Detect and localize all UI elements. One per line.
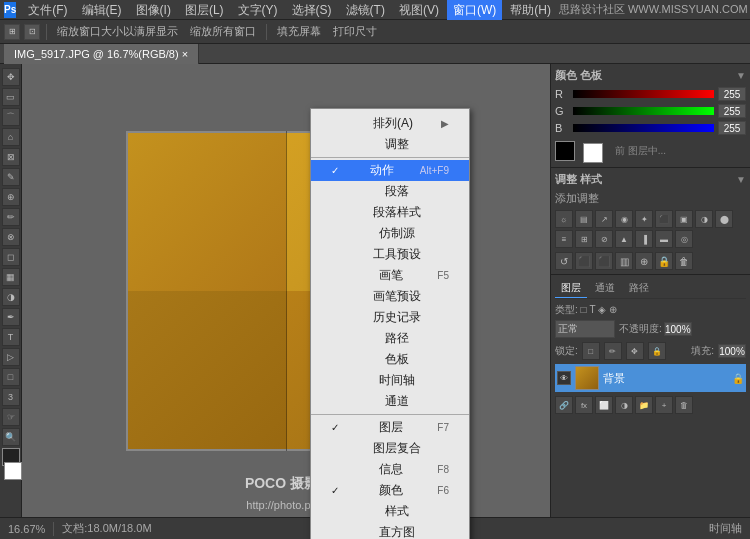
adj-vibrance[interactable]: ✦ [635,210,653,228]
menu-item-swatches[interactable]: 色板 [311,349,469,370]
adj-posterize[interactable]: ▲ [615,230,633,248]
tab-channels[interactable]: 通道 [589,279,621,298]
tool-crop[interactable]: ⊠ [2,148,20,166]
tab-paths[interactable]: 路径 [623,279,655,298]
layer-adj[interactable]: ◑ [615,396,633,414]
adj-colorbalance[interactable]: ▣ [675,210,693,228]
g-slider[interactable] [573,107,714,115]
layer-group[interactable]: 📁 [635,396,653,414]
tool-zoom[interactable]: 🔍 [2,428,20,446]
adj-btn4[interactable]: ▥ [615,252,633,270]
menu-item-arrange[interactable]: 排列(A) ▶ [311,113,469,134]
menu-window[interactable]: 窗口(W) [447,0,502,20]
layer-delete[interactable]: 🗑 [675,396,693,414]
tb-zoom-all[interactable]: 缩放所有窗口 [186,23,260,40]
tool-path-select[interactable]: ▷ [2,348,20,366]
lock-transparent[interactable]: □ [582,342,600,360]
tb-fill-screen[interactable]: 填充屏幕 [273,23,325,40]
adj-selective[interactable]: ◎ [675,230,693,248]
menu-filter[interactable]: 滤镜(T) [340,0,391,20]
menu-item-histogram[interactable]: 直方图 [311,522,469,539]
lock-position[interactable]: ✥ [626,342,644,360]
tool-patch[interactable]: ⊕ [2,188,20,206]
adj-btn5[interactable]: ⊕ [635,252,653,270]
menu-view[interactable]: 视图(V) [393,0,445,20]
tb-print-size[interactable]: 打印尺寸 [329,23,381,40]
menu-item-tool-presets[interactable]: 工具预设 [311,244,469,265]
lock-all[interactable]: 🔒 [648,342,666,360]
menu-item-layer-comps[interactable]: 图层复合 [311,438,469,459]
adj-colorlookup[interactable]: ⊞ [575,230,593,248]
tool-lasso[interactable]: ⌒ [2,108,20,126]
g-value[interactable]: 255 [718,104,746,118]
adj-levels[interactable]: ▤ [575,210,593,228]
tool-wand[interactable]: ⌂ [2,128,20,146]
tool-brush[interactable]: ✏ [2,208,20,226]
menu-text[interactable]: 文字(Y) [232,0,284,20]
tool-move[interactable]: ✥ [2,68,20,86]
b-value[interactable]: 255 [718,121,746,135]
tool-gradient[interactable]: ▦ [2,268,20,286]
layer-mask[interactable]: ⬜ [595,396,613,414]
tool-text[interactable]: T [2,328,20,346]
adj-btn7[interactable]: 🗑 [675,252,693,270]
tb-fit-screen[interactable]: 缩放窗口大小以满屏显示 [53,23,182,40]
menu-item-paragraph[interactable]: 段落 [311,181,469,202]
adj-bw[interactable]: ◑ [695,210,713,228]
menu-item-layers[interactable]: ✓ 图层 F7 [311,417,469,438]
menu-item-timeline[interactable]: 时间轴 [311,370,469,391]
menu-item-brush[interactable]: 画笔 F5 [311,265,469,286]
tool-eyedropper[interactable]: ✎ [2,168,20,186]
menu-help[interactable]: 帮助(H) [504,0,557,20]
tool-bg-color[interactable] [4,462,22,480]
adj-gradient-map[interactable]: ▬ [655,230,673,248]
menu-item-clone-src[interactable]: 仿制源 [311,223,469,244]
menu-item-channels[interactable]: 通道 [311,391,469,412]
adj-threshold[interactable]: ▐ [635,230,653,248]
adj-btn2[interactable]: ⬛ [575,252,593,270]
tool-eraser[interactable]: ◻ [2,248,20,266]
menu-edit[interactable]: 编辑(E) [76,0,128,20]
layer-fx[interactable]: fx [575,396,593,414]
tool-dodge[interactable]: ◑ [2,288,20,306]
adj-exposure[interactable]: ◉ [615,210,633,228]
foreground-color[interactable] [555,141,575,161]
b-slider[interactable] [573,124,714,132]
tool-pen[interactable]: ✒ [2,308,20,326]
tool-shape[interactable]: □ [2,368,20,386]
adj-btn3[interactable]: ⬛ [595,252,613,270]
menu-item-para-style[interactable]: 段落样式 [311,202,469,223]
menu-item-brush-preset[interactable]: 画笔预设 [311,286,469,307]
adj-brightness[interactable]: ☼ [555,210,573,228]
tab-layers[interactable]: 图层 [555,279,587,298]
layer-background[interactable]: 👁 背景 🔒 [555,364,746,392]
tool-select-rect[interactable]: ▭ [2,88,20,106]
tool-hand[interactable]: ☞ [2,408,20,426]
tool-clone[interactable]: ⊗ [2,228,20,246]
menu-item-history[interactable]: 历史记录 [311,307,469,328]
adj-photofilt[interactable]: ⬤ [715,210,733,228]
adj-invert[interactable]: ⊘ [595,230,613,248]
r-value[interactable]: 255 [718,87,746,101]
fill-value[interactable]: 100% [718,344,746,358]
adj-curves[interactable]: ↗ [595,210,613,228]
menu-item-info[interactable]: 信息 F8 [311,459,469,480]
adj-hsl[interactable]: ⬛ [655,210,673,228]
opacity-value[interactable]: 100% [664,322,692,336]
menu-item-actions[interactable]: ✓ 动作 Alt+F9 [311,160,469,181]
menu-layer[interactable]: 图层(L) [179,0,230,20]
menu-select[interactable]: 选择(S) [286,0,338,20]
lock-pixel[interactable]: ✏ [604,342,622,360]
adj-btn1[interactable]: ↺ [555,252,573,270]
r-slider[interactable] [573,90,714,98]
layer-new[interactable]: + [655,396,673,414]
menu-item-styles[interactable]: 样式 [311,501,469,522]
tool-3d[interactable]: 3 [2,388,20,406]
bg-color[interactable] [583,143,603,163]
menu-item-color[interactable]: ✓ 颜色 F6 [311,480,469,501]
adj-btn6[interactable]: 🔒 [655,252,673,270]
adj-channelmix[interactable]: ≡ [555,230,573,248]
layer-mode-select[interactable]: 正常 [555,320,615,338]
menu-item-adjust[interactable]: 调整 [311,134,469,155]
menu-file[interactable]: 文件(F) [22,0,73,20]
